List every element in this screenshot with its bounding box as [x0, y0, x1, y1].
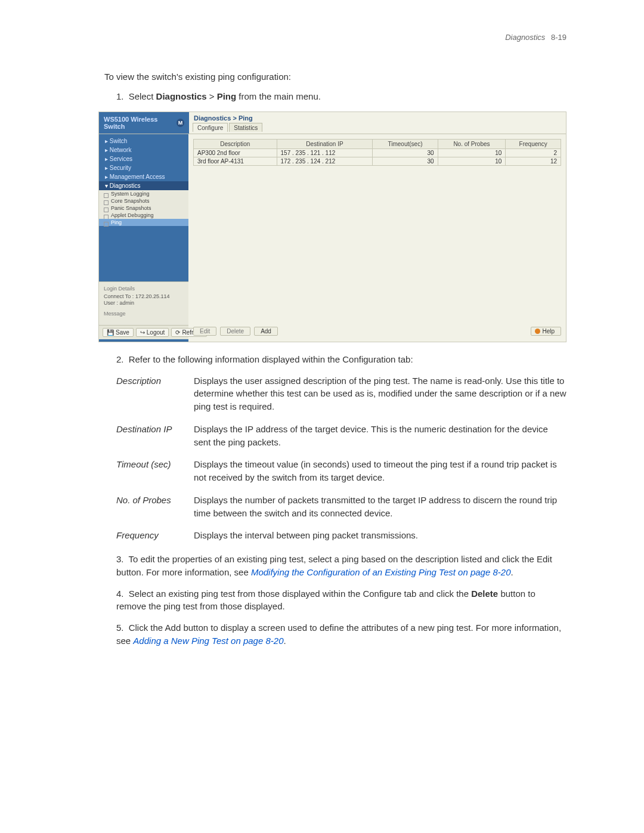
- col-timeout[interactable]: Timeout(sec): [373, 139, 438, 148]
- nav-services[interactable]: ▸ Services: [99, 154, 188, 163]
- delete-button[interactable]: Delete: [220, 327, 250, 336]
- tab-configure[interactable]: Configure: [193, 123, 228, 132]
- logo-badge-icon: M: [177, 119, 184, 127]
- nav-management[interactable]: ▸ Management Access: [99, 172, 188, 181]
- refresh-icon: ⟳: [175, 329, 180, 336]
- col-probes[interactable]: No. of Probes: [438, 139, 506, 148]
- product-logo: WS5100 Wireless Switch M: [99, 112, 189, 134]
- edit-button[interactable]: Edit: [193, 327, 216, 336]
- nav-switch[interactable]: ▸ Switch: [99, 137, 188, 145]
- link-add-ping[interactable]: Adding a New Ping Test on page 8-20: [133, 636, 283, 646]
- def-term: Frequency: [116, 529, 194, 542]
- screenshot-panel: WS5100 Wireless Switch M Diagnostics > P…: [98, 112, 566, 342]
- step-4: 4. Select an existing ping test from tho…: [116, 587, 566, 614]
- tab-statistics[interactable]: Statistics: [229, 123, 262, 132]
- add-button[interactable]: Add: [254, 327, 278, 336]
- step-3: 3. To edit the properties of an existing…: [116, 553, 566, 579]
- subnav-ping[interactable]: Ping: [99, 219, 188, 226]
- def-term: No. of Probes: [116, 494, 194, 520]
- def-term: Destination IP: [116, 423, 194, 449]
- logout-icon: ↪: [140, 329, 145, 336]
- message-box: Message: [99, 309, 188, 325]
- subnav-panic-snapshots[interactable]: Panic Snapshots: [99, 205, 188, 212]
- page-number: 8-19: [551, 33, 566, 42]
- def-term: Timeout (sec): [116, 458, 194, 484]
- link-modify-ping[interactable]: Modifying the Configuration of an Existi…: [251, 567, 511, 577]
- help-button[interactable]: Help: [531, 327, 561, 336]
- col-frequency[interactable]: Frequency: [506, 139, 561, 148]
- subnav-applet-debugging[interactable]: Applet Debugging: [99, 212, 188, 219]
- nav-diagnostics[interactable]: ▾ Diagnostics: [99, 181, 188, 190]
- subnav-core-snapshots[interactable]: Core Snapshots: [99, 197, 188, 205]
- def-term: Description: [116, 374, 194, 413]
- save-button[interactable]: 💾Save: [103, 328, 134, 337]
- col-description[interactable]: Description: [194, 139, 277, 148]
- section-name: Diagnostics: [505, 33, 545, 42]
- intro-text: To view the switch's existing ping confi…: [104, 72, 561, 82]
- step-2: 2. Refer to the following information di…: [116, 353, 566, 366]
- nav-network[interactable]: ▸ Network: [99, 145, 188, 154]
- step-1: 1. Select Diagnostics > Ping from the ma…: [116, 90, 566, 103]
- login-details: Login Details Connect To : 172.20.25.114…: [99, 281, 188, 309]
- definition-list: DescriptionDisplays the user assigned de…: [116, 374, 566, 543]
- breadcrumb: Diagnostics > Ping: [189, 112, 566, 122]
- subnav-system-logging[interactable]: System Logging: [99, 190, 188, 197]
- logout-button[interactable]: ↪Logout: [136, 328, 169, 337]
- save-icon: 💾: [107, 329, 114, 336]
- sidebar-nav: ▸ Switch ▸ Network ▸ Services ▸ Security…: [99, 134, 188, 342]
- ping-table: Description Destination IP Timeout(sec) …: [193, 139, 561, 166]
- col-destination-ip[interactable]: Destination IP: [277, 139, 373, 148]
- table-row[interactable]: 3rd floor AP-4131 172 . 235 . 124 . 212 …: [194, 157, 561, 165]
- nav-security[interactable]: ▸ Security: [99, 163, 188, 172]
- step-5: 5. Click the Add button to display a scr…: [116, 621, 566, 648]
- table-row[interactable]: AP300 2nd floor 157 . 235 . 121 . 112 30…: [194, 148, 561, 157]
- page-header: Diagnostics 8-19: [98, 33, 566, 42]
